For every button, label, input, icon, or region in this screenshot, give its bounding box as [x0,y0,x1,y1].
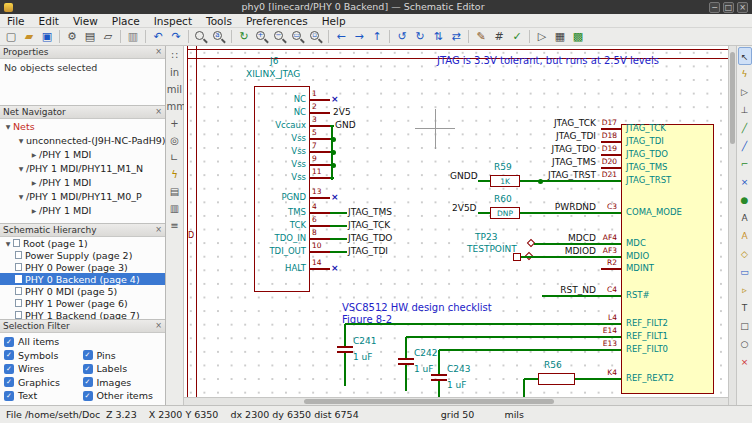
place-junction-icon[interactable]: ● [738,191,752,209]
schematic-hierarchy-header[interactable]: Schematic Hierarchy × [0,224,165,237]
tree-expander-icon[interactable]: ▼ [3,123,13,130]
checkbox-checked-icon[interactable]: ✓ [83,391,93,401]
tree-expander-icon[interactable]: ▶ [29,207,39,214]
filter-images[interactable]: ✓Images [83,376,162,389]
hidden-pins-icon[interactable]: ◎ [167,133,183,149]
net-navigator-header[interactable]: Net Navigator × [0,106,165,119]
tree-expander-icon[interactable]: ▶ [29,151,39,158]
net-tree-item[interactable]: ▼/PHY 1 MDI/PHY11_M0_P [0,189,165,203]
net-tree-item[interactable]: ▼Nets [0,119,165,133]
tree-expander-icon[interactable]: ▼ [3,240,13,247]
save-icon[interactable]: ▣ [38,29,56,45]
power-label-2v5d[interactable]: 2V5D [452,204,477,213]
next-sheet-icon[interactable]: → [350,29,368,45]
c241-value[interactable]: 1 uF [353,353,372,362]
place-global-label-icon[interactable]: A [738,227,752,245]
titlebar[interactable]: phy0 [linecard/PHY 0 Backend] — Schemati… [0,0,752,14]
undo-icon[interactable]: ↶ [149,29,167,45]
j6-value[interactable]: XILINX_JTAG [246,70,300,79]
zoom-out-icon[interactable]: − [271,29,289,45]
filter-all-items[interactable]: ✓All items [4,335,161,348]
zoom-fit-icon[interactable]: ▭ [289,29,307,45]
redo-icon[interactable]: ↷ [167,29,185,45]
net-label-jtag-tdo[interactable]: JTAG_TDO [512,145,596,154]
checkbox-checked-icon[interactable]: ✓ [4,364,14,374]
net-label-rst-nd[interactable]: RST_ND [512,286,596,295]
checkbox-checked-icon[interactable]: ✓ [83,377,93,387]
tree-expander-icon[interactable]: ▼ [16,137,26,144]
checkbox-checked-icon[interactable]: ✓ [4,350,14,360]
place-text-icon[interactable]: T [738,299,752,317]
close-button[interactable]: × [737,2,748,13]
net-label-jtag-tck[interactable]: JTAG_TCK [348,221,390,230]
c242-value[interactable]: 1 uF [414,365,433,374]
net-tree-item[interactable]: ▼/PHY 1 MDI/PHY11_M1_N [0,161,165,175]
find-icon[interactable] [192,29,210,45]
hierarchy-item-phy-0-backend-page-4-[interactable]: PHY 0 Backend (page 4) [0,273,165,285]
place-sheet-pin-icon[interactable]: ▹ [738,281,752,299]
new-file-icon[interactable]: ▢ [2,29,20,45]
checkbox-checked-icon[interactable]: ✓ [4,391,14,401]
net-tree-item[interactable]: ▼unconnected-(J9H-NC-PadH9) [0,133,165,147]
filter-text[interactable]: ✓Text [4,389,83,402]
hierarchy-item-power-supply-page-2-[interactable]: Power Supply (page 2) [0,249,165,261]
close-icon[interactable]: × [155,225,162,235]
draw-rectangle-icon[interactable]: □ [738,317,752,335]
r59-reference[interactable]: R59 [494,163,512,172]
net-label-jtag-tck[interactable]: JTAG_TCK [512,119,596,128]
properties-panel-header[interactable]: Properties × [0,46,165,59]
draw-bus-icon[interactable]: ╱ [738,137,752,155]
footprint-assign-icon[interactable]: ▦ [551,29,569,45]
rotate-cw-icon[interactable]: ↻ [411,29,429,45]
tree-expander-icon[interactable]: ▼ [16,193,26,200]
horizontal-scroll-thumb[interactable] [304,399,554,404]
print-icon[interactable]: ▤ [81,29,99,45]
zoom-in-icon[interactable]: + [253,29,271,45]
draw-circle-icon[interactable]: ○ [738,335,752,353]
erc-icon[interactable]: ✓ [508,29,526,45]
pcb-editor-icon[interactable]: ▩ [569,29,587,45]
place-symbol-icon[interactable]: ▷ [738,83,752,101]
place-sheet-icon[interactable]: ▭ [738,263,752,281]
hierarchy-item-phy-0-power-page-3-[interactable]: PHY 0 Power (page 3) [0,261,165,273]
net-label-jtag-tms[interactable]: JTAG_TMS [512,158,596,167]
edit-properties-icon[interactable]: ✎ [472,29,490,45]
hierarchy-item-phy-0-mdi-page-5-[interactable]: PHY 0 MDI (page 5) [0,285,165,297]
selection-filter-header[interactable]: Selection Filter × [0,320,165,333]
zoom-selection-icon[interactable]: ▫ [307,29,325,45]
sheet-settings-icon[interactable]: ⚙ [63,29,81,45]
place-no-connect-icon[interactable]: × [738,173,752,191]
net-label-jtag-tdi[interactable]: JTAG_TDI [512,132,596,141]
checkbox-checked-icon[interactable]: ✓ [4,337,14,347]
j6-reference[interactable]: J6 [270,57,278,66]
open-file-icon[interactable]: ▰ [20,29,38,45]
place-power-icon[interactable]: ⊥ [738,101,752,119]
refresh-icon[interactable]: ↻ [235,29,253,45]
power-label-gndd[interactable]: GNDD [450,172,478,181]
filter-graphics[interactable]: ✓Graphics [4,376,83,389]
find-replace-icon[interactable]: a [210,29,228,45]
tree-expander-icon[interactable]: ▶ [29,179,39,186]
properties-panel-toggle-icon[interactable]: ▤ [167,184,183,200]
tp23-reference[interactable]: TP23 [475,233,497,242]
c242-reference[interactable]: C242 [414,349,437,358]
filter-pins[interactable]: ✓Pins [83,349,162,362]
hierarchy-panel-toggle-icon[interactable]: ≡ [167,218,183,234]
r60-reference[interactable]: R60 [494,195,512,204]
vertical-scrollbar[interactable] [728,46,736,405]
hierarchy-item-root-page-1-[interactable]: ▼Root (page 1) [0,237,165,249]
r56-reference[interactable]: R56 [544,361,562,370]
close-icon[interactable]: × [155,107,162,117]
filter-wires[interactable]: ✓Wires [4,362,83,375]
prev-sheet-icon[interactable]: ← [332,29,350,45]
c241-reference[interactable]: C241 [353,337,376,346]
c243-reference[interactable]: C243 [447,365,470,374]
net-label-pwrdnd[interactable]: PWRDND [512,203,596,212]
schematic-canvas[interactable]: D JTAG is 3.3V tolerant, but runs at 2.5… [184,46,728,397]
wire-to-bus-entry-icon[interactable]: ⌐ [738,155,752,173]
units-mm-icon[interactable]: mm [167,99,183,115]
checkbox-checked-icon[interactable]: ✓ [83,364,93,374]
maximize-button[interactable]: □ [723,2,734,13]
checkbox-checked-icon[interactable]: ✓ [4,377,14,387]
grid-toggle-icon[interactable]: ∷ [167,48,183,64]
